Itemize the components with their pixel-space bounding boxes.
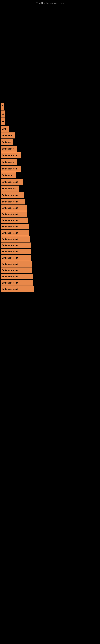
bar-label: Bottleneck result [2, 213, 18, 215]
bar-row [1, 60, 100, 68]
bar-row: Bo [1, 118, 100, 125]
bar-label: Bottlenec [2, 141, 11, 143]
bar-row: Bottleneck result [1, 261, 100, 267]
bar-row: Bottleneck r [1, 172, 100, 178]
bar-row: Bottleneck result [1, 268, 100, 273]
result-bar: Bottleneck result [1, 236, 30, 242]
bar-row [1, 68, 100, 76]
bar-row: Bottleneck result [1, 224, 100, 230]
result-bar: Bottlenec [1, 139, 13, 145]
result-bar: Bottleneck re [1, 146, 17, 152]
result-bar: Bottleneck result [1, 179, 23, 185]
bar-row: Bottleneck result [1, 286, 100, 292]
result-bar: Bottleneck resu [1, 166, 21, 172]
result-bar: Bottleneck result [1, 218, 28, 223]
bar-row [1, 25, 100, 33]
bar-label: Bottleneck result [2, 276, 18, 278]
bar-row: Bottleneck resu [1, 166, 100, 172]
site-title: TheBottlenecker.com [0, 0, 100, 6]
page-wrapper: TheBottlenecker.com BBoBoBottlBottleneck… [0, 0, 100, 292]
bar-row: Bottleneck re [1, 159, 100, 165]
bar-row: Bottleneck result [1, 179, 100, 185]
bar-row [1, 8, 100, 16]
bar-row: Bottleneck result [1, 192, 100, 198]
result-bar: Bottleneck result [1, 255, 31, 260]
bar-row: Bottleneck re [1, 146, 100, 152]
bar-row: Bottleneck result [1, 255, 100, 260]
result-bar: Bottleneck result [1, 224, 29, 230]
result-bar: Bottleneck result [1, 211, 27, 217]
result-bar: Bottleneck result [1, 268, 32, 273]
result-bar: Bottleneck result [1, 286, 34, 292]
bar-row [1, 77, 100, 85]
result-bar: Bo [1, 110, 4, 118]
bar-row: Bottleneck result [1, 199, 100, 204]
bar-label: Bottleneck resu [2, 168, 17, 170]
bar-row [1, 16, 100, 24]
bar-label: Bottl [2, 128, 6, 130]
bar-row: Bottleneck result [1, 242, 100, 248]
bar-label: Bottleneck result [2, 288, 18, 290]
bar-container: BBoBoBottlBottleneck rBottlenecBottlenec… [0, 6, 100, 292]
bar-label: Bottleneck result [2, 219, 18, 222]
bar-label: Bottleneck result [2, 194, 18, 196]
bar-row: Bottleneck result [1, 274, 100, 279]
bar-row: Bottleneck result [1, 211, 100, 217]
bar-row: Bottleneck res [1, 186, 100, 192]
bar-row: Bo [1, 110, 100, 118]
result-bar: Bottleneck result [1, 230, 29, 236]
result-bar: Bottleneck r [1, 172, 16, 178]
result-bar: Bottleneck result [1, 199, 25, 204]
result-bar: Bottleneck result [1, 249, 31, 254]
result-bar: Bottleneck res [1, 186, 19, 192]
bar-row [1, 86, 100, 94]
bar-label: Bottleneck result [2, 207, 18, 209]
bar-label: Bottleneck result [2, 250, 18, 253]
bar-row [1, 94, 100, 102]
result-bar: Bottleneck re [1, 159, 17, 165]
result-bar: Bottleneck resul [1, 152, 21, 158]
result-bar: Bottleneck result [1, 261, 32, 267]
bar-row: Bottleneck result [1, 236, 100, 242]
bar-row: Bottleneck result [1, 218, 100, 223]
bar-label: Bottleneck r [2, 174, 13, 176]
bar-row: Bottlenec [1, 139, 100, 145]
bar-label: Bottleneck r [2, 134, 13, 137]
result-bar: Bottleneck r [1, 132, 15, 138]
bar-label: Bo [2, 120, 4, 123]
result-bar: Bottl [1, 126, 9, 132]
bar-row: B [1, 103, 100, 110]
bar-label: Bottleneck resul [2, 154, 17, 156]
bar-label: Bottleneck result [2, 257, 18, 259]
result-bar: Bottleneck result [1, 242, 31, 248]
bar-label: Bottleneck result [2, 201, 18, 203]
bar-row: Bottl [1, 126, 100, 132]
bar-row [1, 34, 100, 42]
result-bar: Bo [1, 118, 5, 125]
bar-row: Bottleneck result [1, 249, 100, 254]
bar-row [1, 42, 100, 50]
bar-label: Bo [2, 113, 4, 115]
bar-row [1, 51, 100, 59]
bar-row: Bottleneck r [1, 132, 100, 138]
bar-label: Bottleneck re [2, 161, 14, 163]
bar-label: Bottleneck result [2, 282, 18, 284]
bar-label: Bottleneck result [2, 232, 18, 234]
bar-row: Bottleneck result [1, 280, 100, 286]
bar-label: B [2, 105, 3, 108]
bar-label: Bottleneck result [2, 181, 18, 183]
bar-row: Bottleneck result [1, 205, 100, 211]
result-bar: Bottleneck result [1, 205, 27, 211]
bar-label: Bottleneck result [2, 263, 18, 265]
bar-label: Bottleneck result [2, 226, 18, 228]
bar-label: Bottleneck res [2, 188, 16, 190]
result-bar: Bottleneck result [1, 280, 33, 286]
result-bar: Bottleneck result [1, 274, 33, 279]
bar-row: Bottleneck resul [1, 152, 100, 158]
result-bar: Bottleneck result [1, 192, 24, 198]
bar-row: Bottleneck result [1, 230, 100, 236]
bar-label: Bottleneck result [2, 238, 18, 240]
result-bar: B [1, 103, 4, 110]
bar-label: Bottleneck result [2, 269, 18, 272]
bar-label: Bottleneck result [2, 244, 18, 246]
